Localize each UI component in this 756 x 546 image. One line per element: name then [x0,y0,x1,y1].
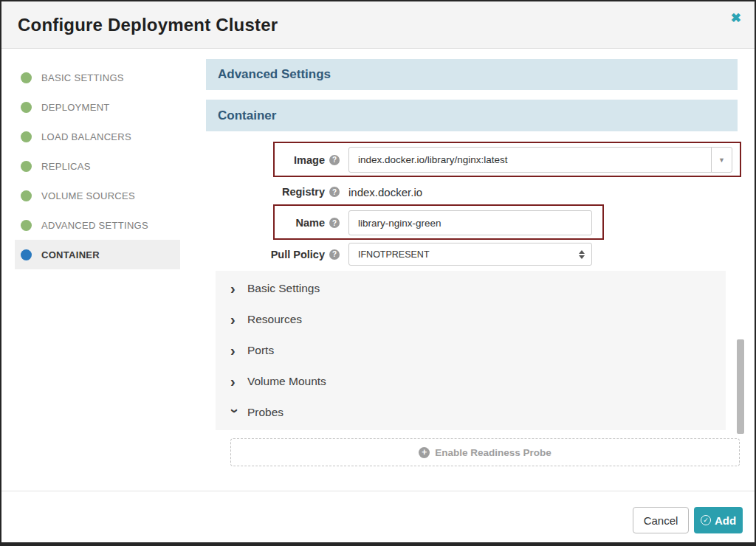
sidebar-item-label: REPLICAS [41,161,91,172]
select-stepper-icon [579,250,585,259]
check-circle-icon: ✓ [701,515,711,525]
label-text: Registry [282,186,325,198]
sidebar-item-label: BASIC SETTINGS [41,72,124,83]
registry-value: index.docker.io [348,184,422,200]
enable-readiness-probe-button[interactable]: + Enable Readiness Probe [230,438,740,466]
chevron-down-icon[interactable]: ▼ [711,148,732,172]
modal-header: Configure Deployment Cluster ✖ [1,1,755,49]
step-status-dot [21,190,32,201]
help-icon[interactable]: ? [329,187,340,197]
accordion-label: Resources [247,313,302,326]
vertical-scrollbar-thumb[interactable] [737,339,744,434]
container-accordion-panel: › Basic Settings › Resources › Ports › V… [216,271,726,430]
step-status-dot [21,220,32,231]
name-field-label: Name ? [206,210,340,235]
add-button[interactable]: ✓ Add [694,507,743,533]
accordion-label: Basic Settings [247,282,320,295]
section-title: Advanced Settings [218,67,331,82]
pull-policy-field-label: Pull Policy ? [206,243,340,266]
accordion-label: Volume Mounts [247,375,326,388]
step-status-dot [21,131,32,142]
steps-sidebar: BASIC SETTINGS DEPLOYMENT LOAD BALANCERS… [15,63,180,269]
section-header-advanced-settings: Advanced Settings [206,59,738,90]
step-status-dot [21,161,32,172]
name-input[interactable] [348,210,592,235]
accordion-ports[interactable]: › Ports [216,335,726,366]
sidebar-item-label: ADVANCED SETTINGS [41,220,148,231]
chevron-right-icon: › [230,345,241,356]
close-icon[interactable]: ✖ [731,12,741,24]
sidebar-item-label: LOAD BALANCERS [41,131,131,142]
sidebar-item-label: CONTAINER [41,249,100,260]
sidebar-item-basic-settings[interactable]: BASIC SETTINGS [15,63,180,92]
sidebar-item-load-balancers[interactable]: LOAD BALANCERS [15,122,180,151]
sidebar-item-label: DEPLOYMENT [41,102,110,113]
accordion-probes[interactable]: › Probes [216,397,726,428]
chevron-down-icon: › [230,409,241,419]
help-icon[interactable]: ? [329,218,340,228]
step-status-dot [21,249,32,260]
label-text: Name [296,217,326,229]
label-text: Pull Policy [271,249,325,260]
image-combobox[interactable]: index.docker.io/library/nginx:latest ▼ [348,147,732,173]
image-field-label: Image ? [206,147,340,173]
sidebar-item-deployment[interactable]: DEPLOYMENT [15,92,180,122]
accordion-label: Ports [247,344,274,357]
add-button-label: Add [715,514,736,527]
sidebar-item-volume-sources[interactable]: VOLUME SOURCES [15,181,180,210]
accordion-basic-settings[interactable]: › Basic Settings [216,273,726,304]
sidebar-item-label: VOLUME SOURCES [41,190,135,201]
section-header-container: Container [206,100,738,131]
cancel-button[interactable]: Cancel [633,507,689,533]
accordion-label: Probes [247,406,284,419]
step-status-dot [21,102,32,113]
sidebar-item-replicas[interactable]: REPLICAS [15,151,180,181]
pull-policy-select[interactable]: IFNOTPRESENT [348,243,592,266]
step-status-dot [21,72,32,83]
modal-footer: Cancel ✓ Add [1,491,755,542]
chevron-right-icon: › [230,376,241,387]
section-title: Container [218,108,276,123]
plus-circle-icon: + [419,447,430,458]
modal-title: Configure Deployment Cluster [18,15,278,35]
registry-field-label: Registry ? [206,184,340,200]
accordion-volume-mounts[interactable]: › Volume Mounts [216,366,726,397]
label-text: Image [294,154,325,166]
configure-deployment-cluster-modal: Configure Deployment Cluster ✖ BASIC SET… [0,0,756,546]
chevron-right-icon: › [230,283,241,294]
pull-policy-value: IFNOTPRESENT [349,249,430,260]
help-icon[interactable]: ? [329,249,340,260]
chevron-right-icon: › [230,314,241,325]
help-icon[interactable]: ? [329,155,340,165]
sidebar-item-advanced-settings[interactable]: ADVANCED SETTINGS [15,210,180,240]
image-value: index.docker.io/library/nginx:latest [349,148,711,172]
sidebar-item-container[interactable]: CONTAINER [15,240,180,269]
accordion-resources[interactable]: › Resources [216,304,726,335]
enable-readiness-probe-label: Enable Readiness Probe [435,447,551,458]
